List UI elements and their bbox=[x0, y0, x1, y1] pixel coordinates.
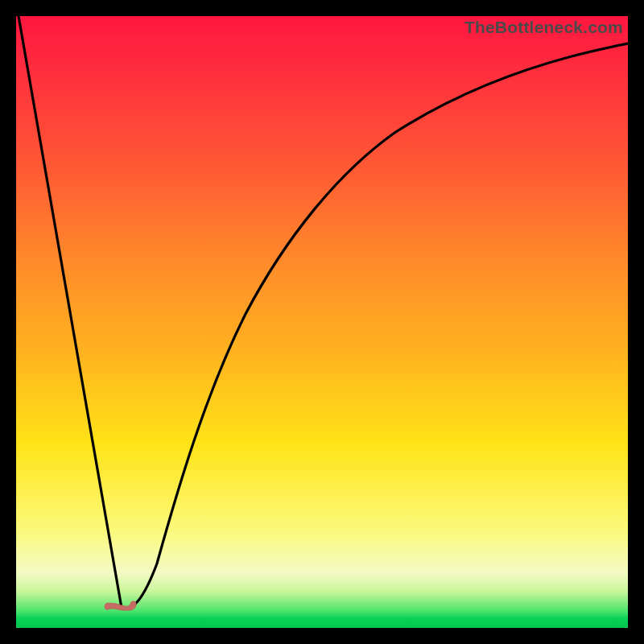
curve-path bbox=[19, 16, 628, 609]
bottleneck-curve bbox=[16, 16, 628, 628]
chart-frame: TheBottleneck.com bbox=[16, 16, 628, 628]
